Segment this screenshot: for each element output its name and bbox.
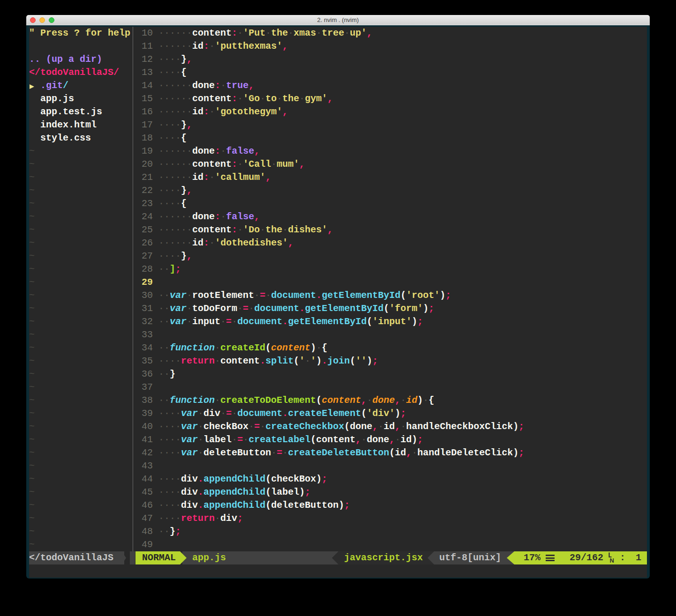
svg-text:N: N [610,557,614,564]
